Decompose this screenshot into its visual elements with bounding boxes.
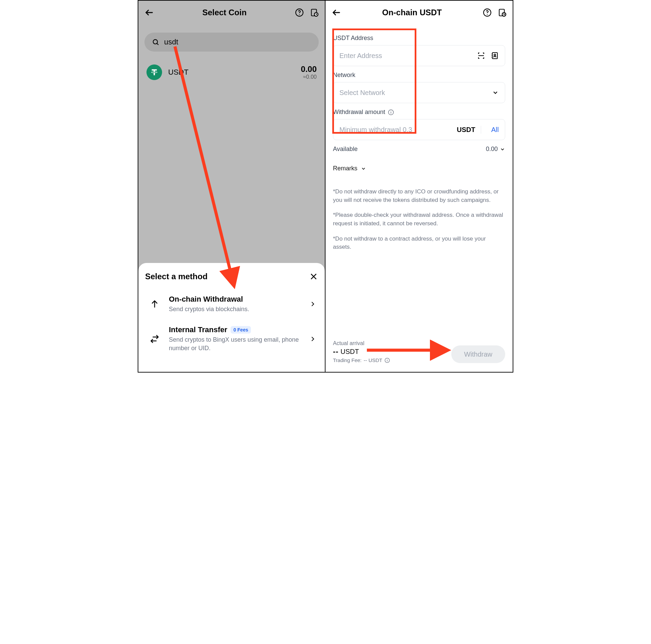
page-title: On-chain USDT: [341, 8, 483, 17]
svg-point-30: [387, 359, 387, 359]
scan-icon[interactable]: [477, 52, 485, 60]
method-onchain[interactable]: On-chain Withdrawal Send cryptos via blo…: [145, 289, 318, 319]
method-name: On-chain Withdrawal: [169, 295, 243, 304]
method-desc: Send cryptos via blockchains.: [169, 305, 302, 313]
amount-label: Withdrawal amount: [333, 109, 385, 116]
method-internal[interactable]: Internal Transfer 0 Fees Send cryptos to…: [145, 319, 318, 358]
chevron-down-icon: [361, 166, 366, 171]
transfer-icon: [150, 334, 159, 344]
info-icon[interactable]: [388, 109, 394, 115]
chevron-right-icon: [309, 336, 316, 342]
coin-symbol: USDT: [168, 68, 189, 77]
coin-balance: 0.00: [301, 64, 317, 74]
svg-point-27: [391, 111, 391, 111]
amount-field[interactable]: Minimum withdrawal 0.3 USDT All: [333, 119, 505, 140]
info-icon[interactable]: [384, 358, 390, 363]
actual-arrival-value: -- USDT: [333, 347, 390, 356]
help-icon[interactable]: [483, 8, 492, 17]
back-icon[interactable]: [144, 8, 154, 17]
method-name: Internal Transfer: [169, 325, 227, 334]
network-placeholder: Select Network: [339, 89, 487, 97]
usdt-icon: [146, 64, 162, 80]
history-icon[interactable]: [310, 8, 319, 17]
svg-point-2: [299, 14, 300, 15]
network-label: Network: [333, 72, 505, 79]
svg-point-6: [153, 40, 158, 44]
sheet-title: Select a method: [145, 272, 208, 281]
search-input-wrap[interactable]: [144, 33, 319, 52]
svg-point-15: [487, 14, 488, 15]
search-icon: [152, 38, 159, 46]
chevron-down-icon: [492, 89, 499, 96]
help-icon[interactable]: [295, 8, 304, 17]
trading-fee: Trading Fee: -- USDT: [333, 357, 390, 363]
coin-row[interactable]: USDT 0.00 ≈0.00: [138, 55, 325, 90]
actual-arrival-label: Actual arrival: [333, 340, 390, 346]
network-field[interactable]: Select Network: [333, 82, 505, 103]
withdraw-button[interactable]: Withdraw: [451, 345, 505, 363]
svg-line-7: [157, 43, 159, 45]
amount-unit: USDT: [451, 126, 481, 134]
history-icon[interactable]: [498, 8, 507, 17]
amount-all[interactable]: All: [486, 126, 499, 134]
method-sheet: Select a method On-chain Withdrawal Send…: [138, 263, 325, 372]
address-label: USDT Address: [333, 35, 505, 42]
address-placeholder: Enter Address: [339, 52, 472, 60]
close-icon[interactable]: [309, 272, 318, 281]
amount-placeholder: Minimum withdrawal 0.3: [339, 126, 447, 134]
page-title: Select Coin: [154, 8, 295, 17]
back-icon[interactable]: [332, 8, 341, 17]
arrow-up-icon: [150, 299, 159, 309]
search-input[interactable]: [164, 38, 311, 46]
available-label: Available: [333, 146, 358, 153]
remarks-toggle[interactable]: Remarks: [333, 165, 505, 172]
notes: *Do not withdraw directly to any ICO or …: [333, 188, 505, 251]
address-field[interactable]: Enter Address: [333, 45, 505, 66]
available-value: 0.00: [486, 146, 498, 153]
chevron-right-icon: [309, 301, 316, 307]
chevron-down-icon[interactable]: [500, 147, 505, 152]
fees-badge: 0 Fees: [231, 326, 251, 334]
remarks-label: Remarks: [333, 165, 357, 172]
contacts-icon[interactable]: [491, 52, 499, 60]
svg-point-21: [494, 54, 496, 56]
method-desc: Send cryptos to BingX users using email,…: [169, 336, 302, 352]
coin-balance-sub: ≈0.00: [301, 74, 317, 80]
